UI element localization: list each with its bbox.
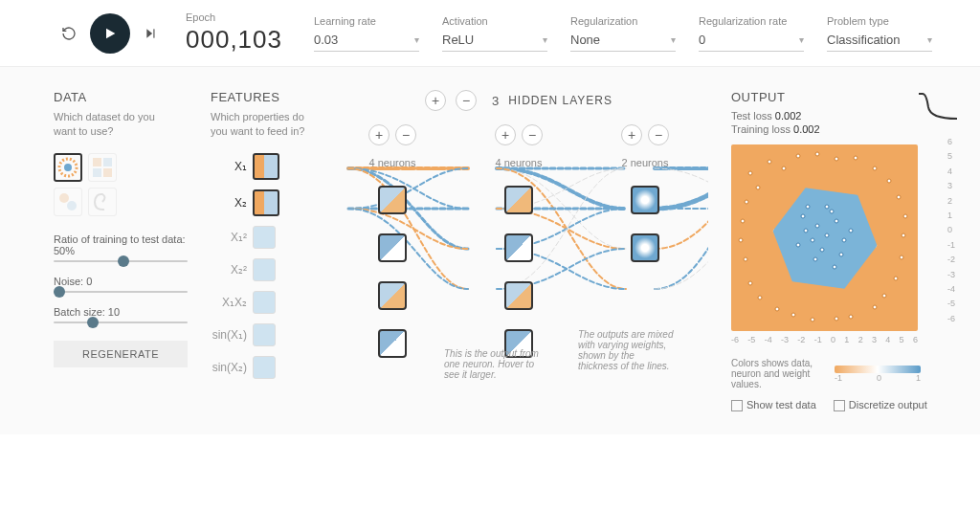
add-layer-button[interactable]: + xyxy=(425,90,446,111)
play-button[interactable] xyxy=(90,13,130,54)
ratio-slider[interactable] xyxy=(54,260,188,262)
svg-point-34 xyxy=(811,318,814,322)
svg-point-31 xyxy=(900,255,903,259)
reset-icon[interactable] xyxy=(57,22,80,45)
svg-point-40 xyxy=(825,233,829,237)
svg-marker-0 xyxy=(106,28,115,38)
neuron[interactable] xyxy=(631,186,659,214)
learning-rate-dropdown[interactable]: 0.03▾ xyxy=(314,29,419,52)
feature-thumb-icon xyxy=(253,226,276,249)
feature-2[interactable]: X₁² xyxy=(211,226,306,249)
ratio-slider-block: Ratio of training to test data: 50% xyxy=(54,233,188,262)
neuron[interactable] xyxy=(631,233,659,262)
data-panel: DATA Which dataset do you want to use? R… xyxy=(54,90,188,411)
dataset-xor[interactable] xyxy=(88,153,117,182)
feature-thumb-icon xyxy=(253,153,279,180)
svg-point-15 xyxy=(873,166,877,170)
svg-point-48 xyxy=(796,243,800,247)
feature-label: X₂ xyxy=(211,196,247,210)
svg-point-12 xyxy=(768,160,771,164)
problem-type-control: Problem type Classification▾ xyxy=(827,15,932,52)
regularization-label: Regularization xyxy=(570,15,676,27)
neuron[interactable] xyxy=(504,281,533,310)
feature-label: X₁² xyxy=(211,231,247,244)
neuron[interactable] xyxy=(378,233,407,262)
svg-point-19 xyxy=(873,305,877,309)
neuron[interactable] xyxy=(504,186,533,214)
svg-point-13 xyxy=(796,154,800,158)
add-neuron-button[interactable]: + xyxy=(368,124,390,145)
remove-layer-button[interactable]: − xyxy=(456,90,477,111)
feature-thumb-icon xyxy=(253,323,276,346)
regularization-dropdown[interactable]: None▾ xyxy=(570,29,676,52)
svg-point-29 xyxy=(887,179,891,183)
learning-rate-label: Learning rate xyxy=(314,15,419,27)
feature-label: sin(X₂) xyxy=(211,361,247,374)
dataset-circle[interactable] xyxy=(54,153,82,182)
add-neuron-button[interactable]: + xyxy=(495,124,516,145)
svg-point-54 xyxy=(806,205,810,209)
problem-type-label: Problem type xyxy=(827,15,932,27)
svg-rect-5 xyxy=(93,158,101,166)
hidden-layers-header: + − 3 HIDDEN LAYERS xyxy=(329,90,708,111)
svg-point-9 xyxy=(59,193,69,203)
feature-3[interactable]: X₂² xyxy=(211,258,306,281)
neuron[interactable] xyxy=(378,281,407,310)
regenerate-button[interactable]: REGENERATE xyxy=(54,341,188,367)
feature-0[interactable]: X₁ xyxy=(211,153,306,180)
epoch-value: 000,103 xyxy=(186,25,291,55)
feature-5[interactable]: sin(X₁) xyxy=(211,323,306,346)
feature-6[interactable]: sin(X₂) xyxy=(211,356,306,379)
feature-4[interactable]: X₁X₂ xyxy=(211,291,306,314)
neuron[interactable] xyxy=(378,329,407,358)
activation-control: Activation ReLU▾ xyxy=(442,15,547,52)
svg-point-17 xyxy=(902,233,905,237)
feature-label: X₁ xyxy=(211,160,247,173)
svg-point-30 xyxy=(903,214,907,218)
svg-point-41 xyxy=(811,238,814,242)
activation-label: Activation xyxy=(442,15,547,27)
chevron-down-icon: ▾ xyxy=(543,34,547,45)
hidden-layer-0: +−4 neurons xyxy=(368,124,416,367)
show-test-checkbox[interactable]: Show test data xyxy=(731,399,816,411)
data-subtitle: Which dataset do you want to use? xyxy=(54,110,168,140)
svg-point-24 xyxy=(741,219,745,223)
activation-dropdown[interactable]: ReLU▾ xyxy=(442,29,547,52)
regularization-rate-dropdown[interactable]: 0▾ xyxy=(699,29,804,52)
svg-point-44 xyxy=(804,229,808,233)
hidden-layers-title: HIDDEN LAYERS xyxy=(508,94,612,107)
noise-label: Noise: 0 xyxy=(54,276,188,287)
loss-curve-icon xyxy=(917,90,959,121)
svg-point-45 xyxy=(830,210,834,213)
svg-point-38 xyxy=(745,200,748,204)
svg-point-28 xyxy=(854,156,858,160)
neuron[interactable] xyxy=(504,233,533,262)
add-neuron-button[interactable]: + xyxy=(621,124,642,145)
feature-thumb-icon xyxy=(253,189,279,216)
discretize-checkbox[interactable]: Discretize output xyxy=(834,399,927,411)
layer-neuron-count: 4 neurons xyxy=(496,157,543,168)
feature-1[interactable]: X₂ xyxy=(211,189,306,216)
remove-neuron-button[interactable]: − xyxy=(395,124,416,145)
gradient-bar-icon xyxy=(835,366,921,373)
topbar: Epoch 000,103 Learning rate 0.03▾ Activa… xyxy=(0,0,980,67)
remove-neuron-button[interactable]: − xyxy=(522,124,543,145)
dataset-gauss[interactable] xyxy=(54,188,82,216)
hidden-layer-1: +−4 neurons xyxy=(495,124,543,367)
network-panel: + − 3 HIDDEN LAYERS xyxy=(329,90,708,411)
svg-point-20 xyxy=(835,317,838,321)
output-plot[interactable] xyxy=(731,144,918,331)
neuron[interactable] xyxy=(378,186,407,214)
noise-slider[interactable] xyxy=(54,291,188,293)
chevron-down-icon: ▾ xyxy=(927,34,932,45)
remove-neuron-button[interactable]: − xyxy=(648,124,669,145)
problem-type-dropdown[interactable]: Classification▾ xyxy=(827,29,932,52)
svg-point-32 xyxy=(882,294,886,298)
feature-label: sin(X₁) xyxy=(211,328,247,342)
svg-point-51 xyxy=(801,214,805,218)
batch-slider[interactable] xyxy=(54,322,188,323)
step-icon[interactable] xyxy=(140,22,163,45)
epoch-label: Epoch xyxy=(186,11,291,23)
features-subtitle: Which properties do you want to feed in? xyxy=(211,110,306,140)
dataset-spiral[interactable] xyxy=(88,188,117,216)
